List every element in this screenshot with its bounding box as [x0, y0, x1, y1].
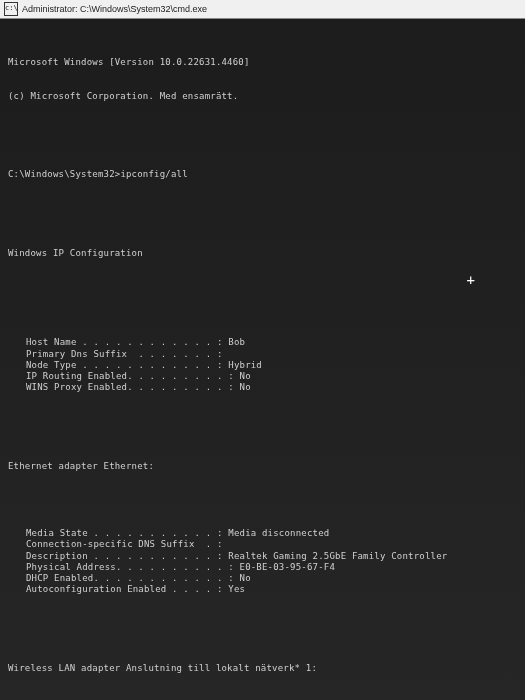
kv-indent: [8, 539, 26, 550]
blank-line: [8, 495, 517, 506]
section-global: Host Name . . . . . . . . . . . . : Bob …: [8, 337, 517, 393]
kv-indent: [8, 573, 26, 584]
kv-value: No: [240, 382, 251, 393]
kv-indent: [8, 337, 26, 348]
kv-indent: [8, 551, 26, 562]
blank-line: [8, 618, 517, 629]
kv-value: Hybrid: [228, 360, 262, 371]
kv-indent: [8, 562, 26, 573]
kv-indent: [8, 349, 26, 360]
kv-value: Yes: [228, 584, 245, 595]
kv-value: Bob: [228, 337, 245, 348]
kv-row: DHCP Enabled. . . . . . . . . . . . : No: [8, 573, 517, 584]
kv-value: Realtek Gaming 2.5GbE Family Controller: [228, 551, 447, 562]
section-ethernet-title: Ethernet adapter Ethernet:: [8, 461, 517, 472]
kv-row: Node Type . . . . . . . . . . . . : Hybr…: [8, 360, 517, 371]
kv-row: WINS Proxy Enabled. . . . . . . . . : No: [8, 382, 517, 393]
kv-row: Host Name . . . . . . . . . . . . : Bob: [8, 337, 517, 348]
kv-indent: [8, 371, 26, 382]
kv-row: Media State . . . . . . . . . . . : Medi…: [8, 528, 517, 539]
cmd-window: c:\ Administrator: C:\Windows\System32\c…: [0, 0, 525, 700]
blank-line: [8, 697, 517, 701]
blank-line: [8, 416, 517, 427]
kv-dots: . . . . . . . . . . . . :: [77, 337, 229, 348]
banner-line-1: Microsoft Windows [Version 10.0.22631.44…: [8, 57, 517, 68]
kv-dots: . . . . . . . . :: [133, 382, 240, 393]
kv-value: E0-BE-03-95-67-F4: [240, 562, 336, 573]
kv-label: Description: [26, 551, 88, 562]
blank-line: [8, 203, 517, 214]
ipconfig-title: Windows IP Configuration: [8, 248, 517, 259]
kv-row: Connection-specific DNS Suffix . :: [8, 539, 517, 550]
cmd-icon: c:\: [4, 2, 18, 16]
banner-line-2: (c) Microsoft Corporation. Med ensamrätt…: [8, 91, 517, 102]
section-wlan1-title: Wireless LAN adapter Anslutning till lok…: [8, 663, 517, 674]
kv-label: IP Routing Enabled.: [26, 371, 133, 382]
kv-dots: . . . . :: [166, 584, 228, 595]
kv-dots: . . . . . . . . . . . :: [88, 528, 228, 539]
kv-dots: . . . . . . . . . . . :: [88, 551, 228, 562]
window-title-text: Administrator: C:\Windows\System32\cmd.e…: [22, 4, 207, 14]
kv-indent: [8, 360, 26, 371]
blank-line: [8, 124, 517, 135]
kv-label: Primary Dns Suffix: [26, 349, 127, 360]
section-ethernet: Media State . . . . . . . . . . . : Medi…: [8, 528, 517, 596]
prompt-ipconfig: C:\Windows\System32>ipconfig/all: [8, 169, 517, 180]
kv-indent: [8, 382, 26, 393]
kv-value: No: [240, 371, 251, 382]
kv-dots: . . . . . . . . . :: [122, 562, 240, 573]
kv-label: Physical Address.: [26, 562, 122, 573]
kv-dots: . :: [195, 539, 223, 550]
kv-label: WINS Proxy Enabled.: [26, 382, 133, 393]
kv-row: Physical Address. . . . . . . . . . : E0…: [8, 562, 517, 573]
kv-indent: [8, 584, 26, 595]
kv-indent: [8, 528, 26, 539]
prompt-command: ipconfig/all: [120, 169, 187, 180]
kv-dots: . . . . . . . . . . . :: [99, 573, 239, 584]
kv-row: Primary Dns Suffix . . . . . . . :: [8, 349, 517, 360]
kv-value: Media disconnected: [228, 528, 329, 539]
kv-label: Node Type: [26, 360, 77, 371]
kv-label: Connection-specific DNS Suffix: [26, 539, 195, 550]
blank-line: [8, 281, 517, 292]
kv-dots: . . . . . . . . :: [133, 371, 240, 382]
prompt-path: C:\Windows\System32>: [8, 169, 120, 180]
kv-label: Autoconfiguration Enabled: [26, 584, 166, 595]
terminal-output[interactable]: Microsoft Windows [Version 10.0.22631.44…: [0, 19, 525, 700]
kv-label: DHCP Enabled.: [26, 573, 99, 584]
kv-label: Media State: [26, 528, 88, 539]
window-titlebar[interactable]: c:\ Administrator: C:\Windows\System32\c…: [0, 0, 525, 19]
kv-dots: . . . . . . . :: [127, 349, 223, 360]
kv-dots: . . . . . . . . . . . . :: [77, 360, 229, 371]
kv-value: No: [240, 573, 251, 584]
kv-label: Host Name: [26, 337, 77, 348]
kv-row: IP Routing Enabled. . . . . . . . . : No: [8, 371, 517, 382]
kv-row: Description . . . . . . . . . . . : Real…: [8, 551, 517, 562]
kv-row: Autoconfiguration Enabled . . . . : Yes: [8, 584, 517, 595]
